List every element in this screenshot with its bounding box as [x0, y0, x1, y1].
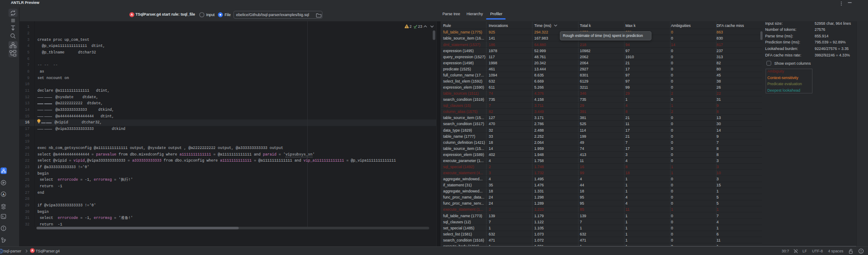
svg-text:A: A [2, 193, 4, 196]
svg-text:A: A [31, 248, 33, 252]
svg-text:A: A [131, 13, 133, 17]
